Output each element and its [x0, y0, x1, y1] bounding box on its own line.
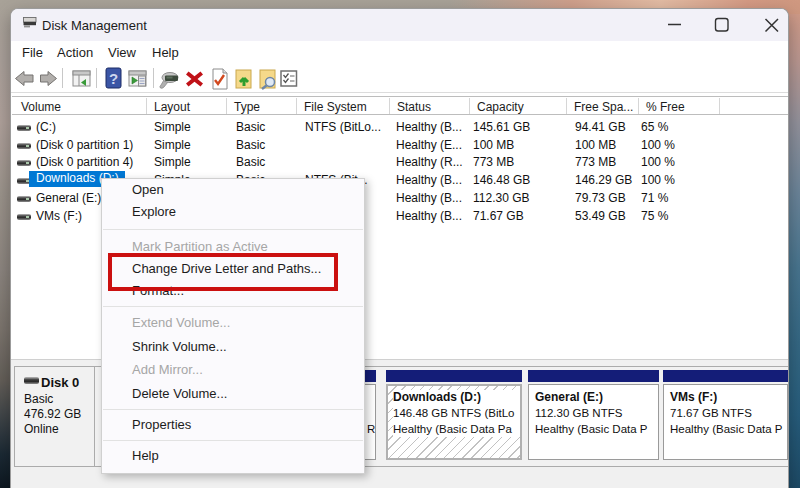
svg-text:?: ? [109, 70, 118, 87]
